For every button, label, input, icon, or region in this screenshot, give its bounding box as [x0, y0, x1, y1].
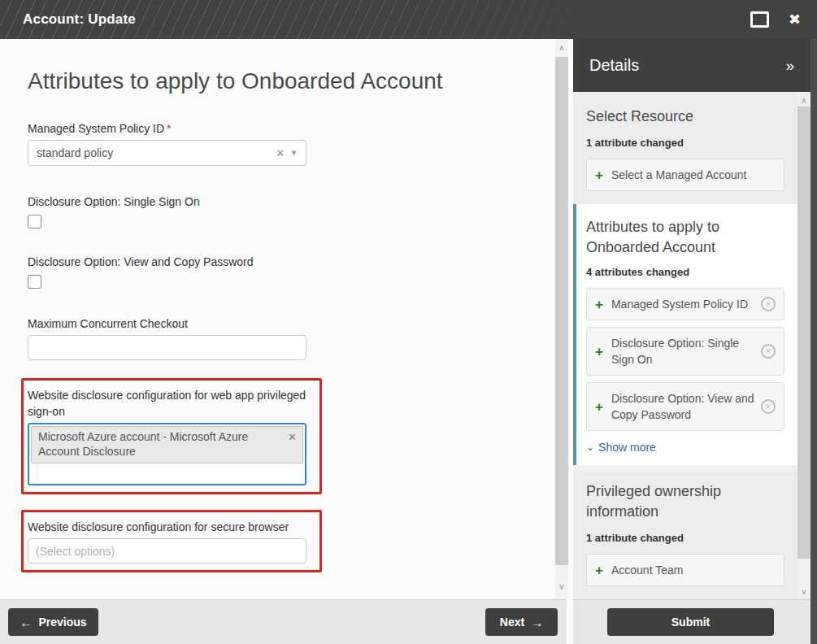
main-scrollbar-thumb[interactable] [555, 57, 568, 565]
sso-label: Disclosure Option: Single Sign On [28, 194, 308, 210]
submit-button[interactable]: Submit [607, 608, 774, 636]
policy-select-value: standard policy [37, 146, 276, 159]
section-privileged-ownership: Privileged ownership information 1 attri… [573, 472, 797, 599]
attr-card-account-team[interactable]: + Account Team [586, 554, 784, 586]
scroll-down-icon[interactable]: ∨ [797, 585, 810, 598]
details-sidebar: Details » Select Resource 1 attribute ch… [573, 39, 810, 599]
selected-option-tag: Microsoft Azure account - Microsoft Azur… [31, 426, 303, 463]
webapp-disclosure-label: Website disclosure configuration for web… [28, 387, 308, 420]
titlebar: Account: Update ✖ [0, 0, 817, 39]
section-title: Privileged ownership information [586, 481, 784, 522]
details-scrollbar[interactable]: ∧ ∨ [797, 92, 810, 599]
changed-count: 4 attributes changed [586, 266, 784, 278]
remove-attribute-icon[interactable]: ✕ [761, 297, 776, 311]
details-title: Details [589, 56, 639, 75]
window-title: Account: Update [23, 11, 136, 28]
maximize-icon[interactable] [750, 11, 769, 28]
changed-count: 1 attribute changed [586, 532, 784, 544]
previous-button[interactable]: ← Previous [8, 608, 98, 636]
show-more-link[interactable]: ⌄ Show more [586, 441, 784, 454]
annotation-box-webapp: Website disclosure configuration for web… [21, 378, 322, 494]
footer-divider [567, 599, 573, 644]
scroll-down-icon[interactable]: ∨ [555, 580, 568, 593]
main-panel: Attributes to apply to Onboarded Account… [0, 39, 555, 599]
clear-icon[interactable]: ✕ [276, 147, 285, 159]
details-scrollbar-thumb[interactable] [797, 107, 810, 559]
caret-down-icon[interactable]: ▼ [290, 149, 298, 157]
next-button[interactable]: Next → [485, 608, 558, 636]
section-title: Attributes to apply to Onboarded Account [586, 217, 784, 258]
page-title: Attributes to apply to Onboarded Account [28, 67, 555, 95]
plus-icon: + [595, 400, 603, 414]
details-scroll-area: Select Resource 1 attribute changed + Se… [573, 92, 797, 599]
window-edge [810, 39, 817, 644]
policy-select[interactable]: standard policy ✕ ▼ [28, 140, 306, 166]
collapse-panel-icon[interactable]: » [785, 57, 794, 75]
wizard-footer: ← Previous Next → [0, 599, 567, 644]
required-asterisk: * [167, 122, 171, 135]
plus-icon: + [595, 168, 603, 182]
securebrowser-disclosure-input[interactable] [28, 538, 306, 564]
annotation-box-securebrowser: Website disclosure configuration for sec… [21, 510, 322, 572]
max-checkout-label: Maximum Concurrent Checkout [28, 315, 308, 332]
attr-card-select-managed-account[interactable]: + Select a Managed Account [586, 159, 784, 191]
chevron-down-icon: ⌄ [586, 442, 594, 453]
remove-attribute-icon[interactable]: ✕ [761, 399, 776, 414]
details-header: Details » [573, 39, 810, 92]
plus-icon: + [595, 345, 603, 359]
arrow-left-icon: ← [20, 616, 32, 629]
webapp-disclosure-multiselect[interactable]: Microsoft Azure account - Microsoft Azur… [28, 423, 306, 485]
section-select-resource: Select Resource 1 attribute changed + Se… [573, 92, 797, 204]
remove-attribute-icon[interactable]: ✕ [761, 344, 776, 359]
attr-card-sso[interactable]: + Disclosure Option: Single Sign On ✕ [586, 327, 784, 376]
policy-label: Managed System Policy ID* [28, 120, 308, 137]
sso-checkbox[interactable] [28, 215, 41, 228]
securebrowser-disclosure-label: Website disclosure configuration for sec… [28, 519, 308, 535]
viewcopy-label: Disclosure Option: View and Copy Passwor… [28, 254, 308, 270]
scroll-up-icon[interactable]: ∧ [797, 94, 810, 107]
main-scrollbar[interactable]: ∧ ∨ [555, 39, 568, 599]
arrow-right-icon: → [531, 616, 543, 629]
plus-icon: + [595, 564, 603, 577]
changed-count: 1 attribute changed [586, 137, 784, 149]
viewcopy-checkbox[interactable] [28, 275, 41, 289]
sidebar-footer: Submit [573, 599, 810, 644]
plus-icon: + [595, 298, 603, 311]
tag-remove-icon[interactable]: ✕ [288, 430, 297, 445]
section-title: Select Resource [586, 107, 784, 127]
attr-card-viewcopy[interactable]: + Disclosure Option: View and Copy Passw… [586, 382, 784, 431]
section-attributes: Attributes to apply to Onboarded Account… [573, 204, 797, 465]
close-icon[interactable]: ✖ [789, 12, 801, 27]
attr-card-policy-id[interactable]: + Managed System Policy ID ✕ [586, 288, 784, 320]
max-checkout-input[interactable] [28, 335, 306, 360]
scroll-up-icon[interactable]: ∧ [555, 41, 568, 54]
